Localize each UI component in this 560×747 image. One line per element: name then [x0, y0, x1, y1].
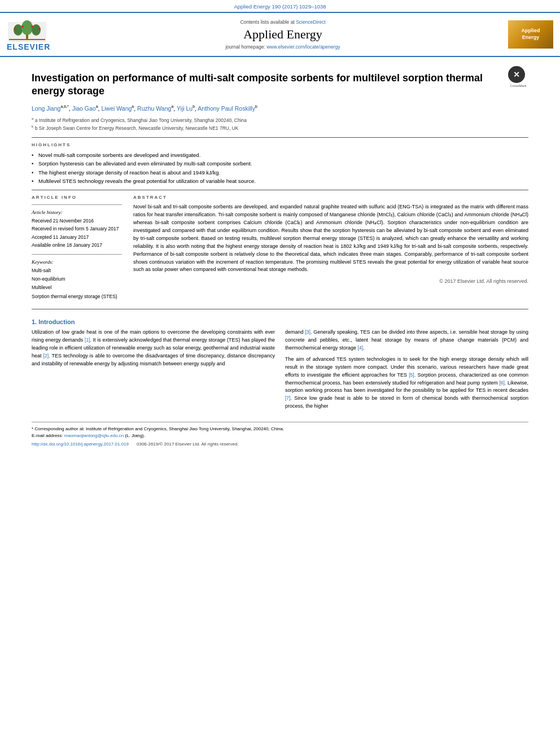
intro-para-3: The aim of advanced TES system technolog… [285, 356, 528, 411]
svg-point-5 [14, 28, 16, 30]
section-title: 1. Introduction [32, 318, 528, 325]
body-col-left: Utilization of low grade heat is one of … [32, 329, 275, 414]
keyword-1: Multi-salt [32, 267, 122, 275]
divider-after-abstract [32, 309, 528, 309]
body-columns: Utilization of low grade heat is one of … [32, 329, 528, 414]
homepage-link[interactable]: www.elsevier.com/locate/apenergy [266, 44, 340, 50]
issn-text: 0306-2619/© 2017 Elsevier Ltd. All right… [137, 442, 239, 447]
article-info-label: ARTICLE INFO [32, 195, 122, 200]
introduction-section: 1. Introduction Utilization of low grade… [32, 318, 528, 414]
affiliations: a a Institute of Refrigeration and Cryog… [32, 116, 528, 132]
received-date: Received 21 November 2016 [32, 217, 122, 225]
homepage-prefix: journal homepage: [225, 44, 266, 50]
body-text-left: Utilization of low grade heat is one of … [32, 329, 275, 368]
svg-point-6 [21, 25, 24, 28]
elsevier-logo: ELSEVIER [7, 18, 63, 51]
body-text-right: demand [3]. Generally speaking, TES can … [285, 329, 528, 410]
intro-para-2: demand [3]. Generally speaking, TES can … [285, 329, 528, 352]
article-info-column: ARTICLE INFO Article history: Received 2… [32, 195, 122, 301]
journal-logo-right: AppliedEnergy [502, 20, 553, 49]
footnote-email: E-mail address: maomaojianlong@sjtu.edu.… [32, 433, 528, 439]
footer-bottom: http://dx.doi.org/10.1016/j.apenergy.201… [32, 442, 528, 447]
author-long-jiang[interactable]: Long Jiang [32, 104, 60, 111]
crossmark-container: ✕ CrossMark [508, 66, 528, 88]
ref-3[interactable]: [3] [305, 329, 310, 335]
keywords-label: Keywords: [32, 259, 122, 265]
highlight-item-1: Novel multi-salt composite sorbents are … [32, 151, 528, 159]
info-abstract-columns: ARTICLE INFO Article history: Received 2… [32, 195, 528, 301]
author-jiao-gao[interactable]: Jiao Gao [72, 104, 96, 111]
page: Applied Energy 190 (2017) 1029–1038 [0, 0, 560, 747]
title-row: Investigation on performance of multi-sa… [32, 64, 528, 104]
available-date: Available online 18 January 2017 [32, 241, 122, 249]
keyword-3: Multilevel [32, 283, 122, 292]
science-direct-line: Contents lists available at ScienceDirec… [75, 19, 491, 25]
ref-7[interactable]: [7] [285, 395, 290, 401]
journal-reference: Applied Energy 190 (2017) 1029–1038 [0, 0, 560, 12]
intro-para-1: Utilization of low grade heat is one of … [32, 329, 275, 368]
divider-after-affiliations [32, 137, 528, 138]
authors: Long Jianga,b,*, Jiao Gaoa, Liwei Wanga,… [32, 104, 528, 113]
journal-ref-text: Applied Energy 190 (2017) 1029–1038 [234, 3, 326, 10]
article-title: Investigation on performance of multi-sa… [32, 72, 502, 98]
ref-4[interactable]: [4] [358, 345, 363, 351]
keyword-4: Sorption thermal energy storage (STES) [32, 292, 122, 301]
crossmark-label: CrossMark [508, 84, 528, 88]
ref-2[interactable]: [2] [43, 353, 49, 359]
svg-rect-9 [9, 39, 45, 40]
divider-after-highlights [32, 190, 528, 190]
copyright-line: © 2017 Elsevier Ltd. All rights reserved… [133, 278, 528, 284]
svg-rect-4 [26, 34, 28, 39]
author-yiji-lu[interactable]: Yiji Lu [177, 104, 193, 111]
revised-date: Received in revised form 5 January 2017 [32, 225, 122, 233]
affiliation-a: a a Institute of Refrigeration and Cryog… [32, 116, 528, 124]
divider-under-article-info [32, 204, 122, 205]
keywords-list: Multi-salt Non-equilibrium Multilevel So… [32, 267, 122, 301]
contents-text: Contents lists available at [240, 19, 294, 25]
footnote-star: * Corresponding author at: Institute of … [32, 426, 528, 433]
highlights-label: HIGHLIGHTS [32, 142, 528, 147]
elsevier-wordmark: ELSEVIER [7, 42, 50, 51]
divider-keywords [32, 254, 122, 255]
ref-6[interactable]: [6] [499, 380, 504, 386]
keyword-2: Non-equilibrium [32, 275, 122, 283]
abstract-label: ABSTRACT [133, 195, 528, 200]
abstract-column: ABSTRACT Novel bi-salt and tri-salt comp… [133, 195, 528, 301]
ref-1[interactable]: [1] [85, 337, 90, 343]
author-ruzhu-wang[interactable]: Ruzhu Wang [137, 104, 171, 111]
footer-notes: * Corresponding author at: Institute of … [32, 422, 528, 439]
science-direct-link[interactable]: ScienceDirect [296, 19, 325, 25]
journal-center: Contents lists available at ScienceDirec… [69, 19, 497, 50]
journal-header: ELSEVIER Contents lists available at Sci… [0, 12, 560, 57]
email-author: (L. Jiang). [125, 433, 146, 438]
highlights-list: Novel multi-salt composite sorbents are … [32, 151, 528, 185]
main-content: Investigation on performance of multi-sa… [0, 57, 560, 453]
svg-point-8 [38, 28, 41, 30]
history-dates: Received 21 November 2016 Received in re… [32, 217, 122, 250]
doi-link[interactable]: http://dx.doi.org/10.1016/j.apenergy.201… [32, 442, 129, 447]
body-col-right: demand [3]. Generally speaking, TES can … [285, 329, 528, 414]
accepted-date: Accepted 11 January 2017 [32, 233, 122, 241]
abstract-text: Novel bi-salt and tri-salt composite sor… [133, 203, 528, 274]
email-link[interactable]: maomaojianlong@sjtu.edu.cn [64, 433, 124, 438]
ref-5[interactable]: [5] [409, 372, 414, 378]
affiliation-b: b b Sir Joseph Swan Centre for Energy Re… [32, 124, 528, 132]
journal-title-header: Applied Energy [75, 27, 491, 42]
crossmark-icon: ✕ [508, 66, 525, 83]
highlight-item-2: Sorption hysteresis can be alleviated an… [32, 159, 528, 168]
author-liwei-wang[interactable]: Liwei Wang [101, 104, 132, 111]
svg-point-2 [21, 20, 33, 35]
applied-energy-badge: AppliedEnergy [508, 20, 553, 49]
svg-point-1 [14, 24, 23, 36]
author-anthony-roskilly[interactable]: Anthony Paul Roskilly [198, 104, 255, 111]
highlight-item-3: The highest energy storage density of re… [32, 168, 528, 177]
svg-point-7 [31, 25, 33, 28]
history-label: Article history: [32, 209, 122, 215]
elsevier-tree-svg [7, 18, 47, 42]
highlight-item-4: Multilevel STES technology reveals the g… [32, 177, 528, 185]
journal-homepage: journal homepage: www.elsevier.com/locat… [75, 44, 491, 50]
